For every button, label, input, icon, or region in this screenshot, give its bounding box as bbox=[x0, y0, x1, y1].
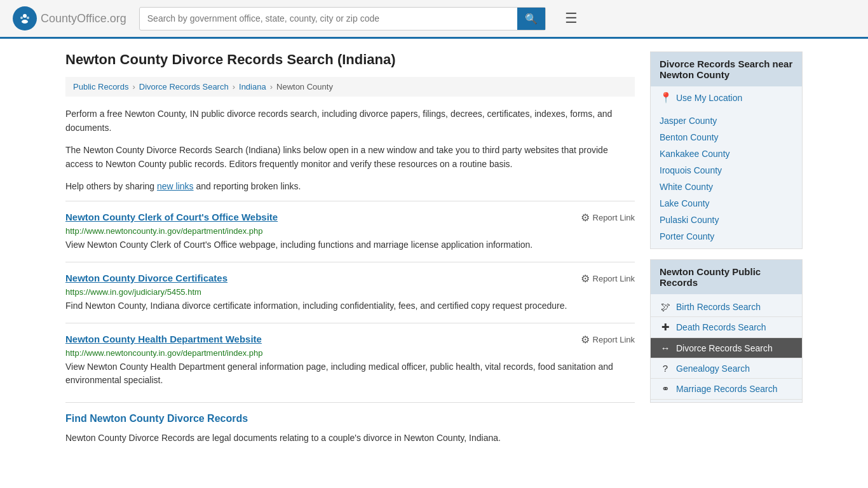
genealogy-icon: ? bbox=[660, 363, 671, 374]
logo[interactable]: CountyOffice.org bbox=[13, 6, 126, 30]
result-desc-1: View Newton County Clerk of Court's Offi… bbox=[65, 238, 635, 252]
benton-county-link[interactable]: Benton County bbox=[660, 132, 719, 142]
result-url-1[interactable]: http://www.newtoncounty.in.gov/departmen… bbox=[65, 226, 635, 236]
nearby-county-benton[interactable]: Benton County bbox=[651, 129, 802, 146]
result-item-1: Newton County Clerk of Court's Office We… bbox=[65, 201, 635, 262]
content-area: Newton County Divorce Records Search (In… bbox=[65, 51, 635, 445]
breadcrumb-sep-2: › bbox=[233, 82, 235, 92]
death-records-link[interactable]: Death Records Search bbox=[676, 322, 766, 332]
public-records-genealogy[interactable]: ? Genealogy Search bbox=[651, 358, 802, 379]
lake-county-link[interactable]: Lake County bbox=[660, 198, 710, 208]
result-url-3[interactable]: http://www.newtoncounty.in.gov/departmen… bbox=[65, 348, 635, 358]
report-icon-1: ⚙ bbox=[581, 212, 590, 224]
nearby-county-kankakee[interactable]: Kankakee County bbox=[651, 146, 802, 162]
public-records-section-title: Newton County Public Records bbox=[651, 260, 802, 294]
pulaski-county-link[interactable]: Pulaski County bbox=[660, 215, 719, 225]
public-records-marriage[interactable]: ⚭ Marriage Records Search bbox=[651, 379, 802, 400]
nearby-section: Divorce Records Search near Newton Count… bbox=[650, 51, 803, 249]
result-desc-2: Find Newton County, Indiana divorce cert… bbox=[65, 299, 635, 313]
description-2: The Newton County Divorce Records Search… bbox=[65, 143, 635, 172]
find-section-para: Newton County Divorce Records are legal … bbox=[65, 431, 635, 445]
breadcrumb-current: Newton County bbox=[276, 82, 333, 92]
page-title: Newton County Divorce Records Search (In… bbox=[65, 51, 635, 68]
report-link-1[interactable]: ⚙ Report Link bbox=[581, 212, 635, 224]
public-records-birth[interactable]: 🕊 Birth Records Search bbox=[651, 297, 802, 317]
breadcrumb: Public Records › Divorce Records Search … bbox=[65, 77, 635, 97]
nearby-county-iroquois[interactable]: Iroquois County bbox=[651, 162, 802, 179]
find-section-title: Find Newton County Divorce Records bbox=[65, 402, 635, 424]
report-icon-2: ⚙ bbox=[581, 273, 590, 285]
report-label-2: Report Link bbox=[593, 274, 635, 283]
main-container: Newton County Divorce Records Search (In… bbox=[53, 39, 815, 458]
public-records-death[interactable]: ✚ Death Records Search bbox=[651, 317, 802, 338]
result-title-2[interactable]: Newton County Divorce Certificates bbox=[65, 273, 227, 283]
svg-point-1 bbox=[23, 14, 27, 18]
divorce-icon: ↔ bbox=[660, 342, 671, 353]
search-input[interactable] bbox=[140, 8, 517, 29]
jasper-county-link[interactable]: Jasper County bbox=[660, 116, 717, 126]
location-pin-icon: 📍 bbox=[660, 92, 672, 104]
breadcrumb-divorce-records[interactable]: Divorce Records Search bbox=[139, 82, 229, 92]
nearby-county-white[interactable]: White County bbox=[651, 179, 802, 195]
porter-county-link[interactable]: Porter County bbox=[660, 231, 714, 241]
description-1: Perform a free Newton County, IN public … bbox=[65, 107, 635, 135]
public-records-list: 🕊 Birth Records Search ✚ Death Records S… bbox=[651, 294, 802, 402]
nearby-section-title: Divorce Records Search near Newton Count… bbox=[651, 52, 802, 86]
logo-text: CountyOffice.org bbox=[41, 12, 126, 25]
result-item-2: Newton County Divorce Certificates ⚙ Rep… bbox=[65, 262, 635, 323]
use-location[interactable]: 📍 Use My Location bbox=[651, 86, 802, 109]
result-title-3[interactable]: Newton County Health Department Website bbox=[65, 334, 262, 344]
white-county-link[interactable]: White County bbox=[660, 182, 713, 192]
svg-point-2 bbox=[22, 20, 28, 24]
public-records-divorce[interactable]: ↔ Divorce Records Search bbox=[651, 338, 802, 358]
sidebar: Divorce Records Search near Newton Count… bbox=[650, 51, 803, 445]
svg-point-3 bbox=[20, 17, 23, 19]
public-records-section: Newton County Public Records 🕊 Birth Rec… bbox=[650, 259, 803, 403]
results-list: Newton County Clerk of Court's Office We… bbox=[65, 201, 635, 397]
report-icon-3: ⚙ bbox=[581, 334, 590, 346]
marriage-icon: ⚭ bbox=[660, 383, 671, 395]
breadcrumb-sep-1: › bbox=[132, 82, 135, 92]
desc3-post: and reporting broken links. bbox=[194, 181, 301, 191]
breadcrumb-indiana[interactable]: Indiana bbox=[239, 82, 266, 92]
breadcrumb-public-records[interactable]: Public Records bbox=[73, 82, 128, 92]
death-icon: ✚ bbox=[660, 322, 671, 333]
search-icon: 🔍 bbox=[525, 13, 538, 24]
result-title-1[interactable]: Newton County Clerk of Court's Office We… bbox=[65, 212, 278, 222]
birth-icon: 🕊 bbox=[660, 301, 671, 312]
nearby-county-lake[interactable]: Lake County bbox=[651, 195, 802, 212]
result-item-3: Newton County Health Department Website … bbox=[65, 323, 635, 397]
find-section: Find Newton County Divorce Records Newto… bbox=[65, 402, 635, 445]
search-button[interactable]: 🔍 bbox=[517, 8, 545, 30]
result-url-2[interactable]: https://www.in.gov/judiciary/5455.htm bbox=[65, 287, 635, 297]
genealogy-link[interactable]: Genealogy Search bbox=[676, 363, 750, 374]
nearby-counties-list: Jasper County Benton County Kankakee Cou… bbox=[651, 109, 802, 248]
report-link-3[interactable]: ⚙ Report Link bbox=[581, 334, 635, 346]
breadcrumb-sep-3: › bbox=[270, 82, 273, 92]
new-links-link[interactable]: new links bbox=[157, 181, 194, 191]
desc3-pre: Help others by sharing bbox=[65, 181, 157, 191]
search-bar: 🔍 bbox=[139, 7, 546, 30]
birth-records-link[interactable]: Birth Records Search bbox=[676, 302, 761, 312]
report-label-1: Report Link bbox=[593, 213, 635, 222]
nearby-county-porter[interactable]: Porter County bbox=[651, 228, 802, 245]
use-my-location-link[interactable]: Use My Location bbox=[676, 93, 742, 103]
kankakee-county-link[interactable]: Kankakee County bbox=[660, 149, 730, 159]
description-3: Help others by sharing new links and rep… bbox=[65, 179, 635, 193]
nearby-county-jasper[interactable]: Jasper County bbox=[651, 112, 802, 129]
menu-icon[interactable]: ☰ bbox=[565, 10, 578, 27]
svg-point-4 bbox=[27, 17, 29, 19]
marriage-records-link[interactable]: Marriage Records Search bbox=[676, 384, 778, 394]
logo-icon bbox=[13, 6, 37, 30]
result-desc-3: View Newton County Health Department gen… bbox=[65, 360, 635, 387]
nearby-county-pulaski[interactable]: Pulaski County bbox=[651, 212, 802, 228]
report-label-3: Report Link bbox=[593, 335, 635, 344]
report-link-2[interactable]: ⚙ Report Link bbox=[581, 273, 635, 285]
header: CountyOffice.org 🔍 ☰ bbox=[0, 0, 868, 39]
iroquois-county-link[interactable]: Iroquois County bbox=[660, 165, 722, 175]
divorce-records-link[interactable]: Divorce Records Search bbox=[676, 343, 773, 353]
